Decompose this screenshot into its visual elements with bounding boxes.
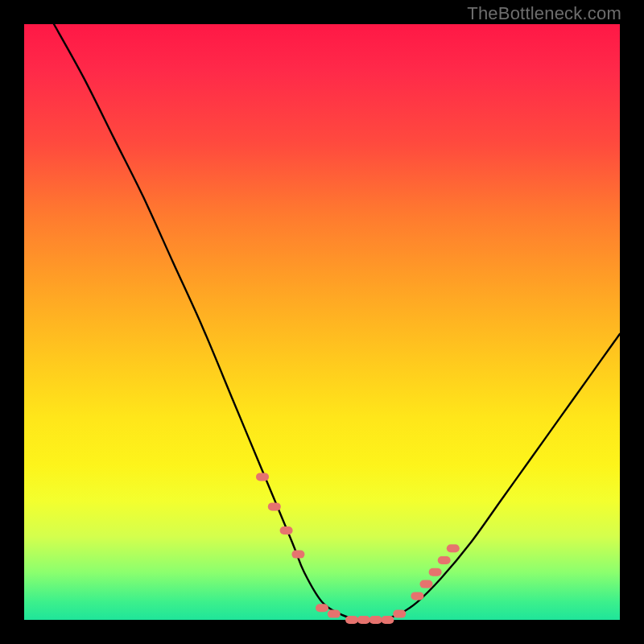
highlight-dot [381, 616, 394, 624]
highlight-dot [291, 551, 304, 559]
highlight-dot [393, 610, 406, 618]
highlight-dot [328, 610, 341, 618]
chart-frame: TheBottleneck.com [0, 0, 644, 644]
highlight-dot [429, 568, 442, 576]
highlight-dot [345, 616, 358, 624]
bottleneck-curve [54, 24, 620, 621]
highlight-dot [280, 526, 293, 535]
plot-area [24, 24, 620, 620]
highlight-dot [369, 616, 382, 624]
highlight-dot [316, 604, 328, 612]
highlight-dot [411, 592, 423, 600]
curve-layer [24, 24, 620, 620]
highlight-dot [268, 502, 281, 510]
highlight-dots [256, 473, 460, 624]
highlight-dot [447, 544, 460, 552]
highlight-dot [420, 580, 433, 588]
highlight-dot [357, 616, 370, 624]
watermark-text: TheBottleneck.com [467, 3, 621, 24]
highlight-dot [438, 556, 451, 564]
highlight-dot [256, 473, 269, 481]
